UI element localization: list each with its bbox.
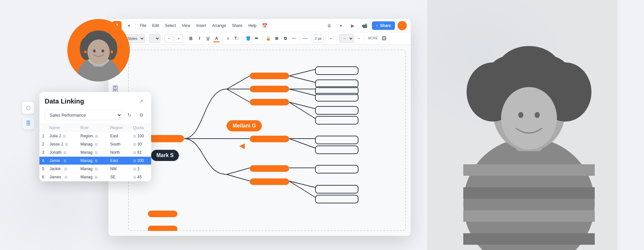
row-quota: ⛓ 100 (130, 132, 151, 140)
div-t5 (222, 35, 222, 42)
col-role: Role (78, 124, 108, 132)
row-num: 4 (39, 157, 47, 165)
table-row[interactable]: 6 James . ⛓ Manag. ⛓ SE ⛓ 45 (39, 173, 151, 181)
font-dropdown[interactable] (149, 34, 160, 43)
row-region: East (107, 132, 130, 140)
svg-point-24 (93, 50, 96, 53)
dropdown-icon2[interactable]: ▾ (336, 21, 346, 30)
table-row[interactable]: 4 Jamie . ⛓ Manag. ⛓ East ⛓ 200 (39, 157, 151, 165)
svg-point-25 (102, 50, 104, 53)
delete-icon[interactable]: ⊡ (380, 34, 388, 43)
align-left-button[interactable]: ≡ (224, 34, 232, 43)
arrow-direction[interactable]: → (355, 34, 362, 43)
svg-rect-31 (250, 99, 289, 105)
corner-style[interactable]: ⌐ (328, 34, 335, 43)
stroke-color-button[interactable]: ✏ (253, 34, 260, 43)
svg-rect-40 (315, 146, 358, 154)
meilani-tooltip: Meilani G (227, 120, 262, 131)
data-panel-header: Data Linking ↗ (39, 92, 151, 108)
font-size-minus[interactable]: − (165, 34, 173, 43)
group-button[interactable]: ⊞ (273, 34, 280, 43)
data-linking-panel: Data Linking ↗ Sales Performance ↻ ⚙ Nam… (39, 92, 151, 181)
row-name: Jesse J. ⛓ (47, 140, 78, 148)
play-icon[interactable]: ▶ (348, 21, 357, 30)
menu-view[interactable]: View (179, 22, 193, 29)
settings-icon[interactable]: ⚙ (137, 110, 146, 120)
italic-button[interactable]: I (196, 34, 203, 43)
menu-select[interactable]: Select (163, 22, 178, 29)
stroke-weight[interactable]: 2 px (313, 34, 323, 43)
row-num: 5 (39, 165, 47, 173)
svg-point-11 (535, 112, 540, 118)
calendar-icon[interactable]: 📅 (260, 21, 269, 30)
svg-rect-38 (250, 136, 289, 142)
share-arrow-icon: ↑ (376, 23, 378, 28)
toolbar: ↖ Styles − + B I U A ≡ T↕ 🪣 ✏ 🔒 ⊞ ⧉ ⋯ ──… (108, 32, 411, 45)
menu-insert[interactable]: Insert (194, 22, 208, 29)
menu-file[interactable]: File (138, 22, 149, 29)
mark-tooltip-text: Mark S (156, 152, 173, 158)
svg-rect-43 (315, 165, 358, 173)
menu-edit[interactable]: Edit (150, 22, 161, 29)
arrow-style[interactable]: → (339, 34, 354, 43)
col-name: Name (47, 124, 78, 132)
lock-button[interactable]: 🔒 (264, 34, 272, 43)
line-style-button[interactable]: ── (302, 34, 309, 43)
row-num: 6 (39, 173, 47, 181)
row-num: 3 (39, 148, 47, 157)
dataset-dropdown[interactable]: Sales Performance (45, 110, 122, 120)
row-role: Manag. ⛓ (78, 173, 108, 181)
svg-rect-30 (250, 86, 289, 92)
table-row[interactable]: 2 Jesse J. ⛓ Manag. ⛓ South ⛓ 30 (39, 140, 151, 148)
row-name: Julia J. ⛓ (47, 132, 78, 140)
table-row[interactable]: 3 Jonath. ⛓ Manag. ⛓ North ⛓ 81 (39, 148, 151, 157)
div-t12 (364, 35, 365, 42)
row-quota: ⛓ 45 (130, 173, 151, 181)
dropdown-arrow[interactable]: ▾ (124, 21, 133, 30)
svg-rect-46 (148, 211, 177, 217)
monitor-icon[interactable]: 🖥 (325, 21, 334, 30)
more-options[interactable]: ⋯ (290, 34, 297, 43)
row-region: NW (107, 165, 130, 173)
menu-help[interactable]: Help (246, 22, 259, 29)
menu-share[interactable]: Share (230, 22, 245, 29)
refresh-icon[interactable]: ↻ (125, 110, 134, 120)
database-sidebar-icon[interactable]: 🗄 (22, 118, 34, 129)
user-avatar-button[interactable] (398, 21, 407, 30)
menu-arrange[interactable]: Arrange (210, 22, 228, 29)
div-t3 (162, 35, 163, 42)
share-button[interactable]: ↑ Share (372, 21, 395, 30)
font-size-plus[interactable]: + (174, 34, 183, 43)
div-t9 (311, 35, 311, 42)
panel-export-button[interactable]: ↗ (137, 97, 146, 106)
svg-point-26 (84, 51, 87, 53)
layer-button[interactable]: ⧉ (282, 34, 289, 43)
row-role: Manag. ⛓ (78, 157, 108, 165)
table-row[interactable]: 5 Jackie . ⛓ Manag. ⛓ NW ⛓ 2 (39, 165, 151, 173)
svg-point-9 (501, 87, 557, 149)
text-direction-button[interactable]: T↕ (233, 34, 240, 43)
mindmap-svg (128, 50, 406, 231)
font-color-button[interactable]: A (213, 34, 220, 43)
underline-button[interactable]: U (204, 34, 212, 43)
table-row[interactable]: 1 Julia J. ⛓ Region. ⛓ East ⛓ 100 (39, 132, 151, 140)
link-icon[interactable]: ⬡ (22, 102, 34, 114)
more-label[interactable]: MORE (367, 36, 379, 41)
svg-point-10 (518, 112, 523, 118)
row-name: Jamie . ⛓ (47, 157, 78, 165)
row-region: SE (107, 173, 130, 181)
video-icon[interactable]: 📹 (360, 21, 369, 30)
div-t6 (242, 35, 242, 42)
div-t2 (147, 35, 147, 42)
svg-rect-14 (463, 210, 595, 222)
row-num: 2 (39, 140, 47, 148)
svg-rect-36 (315, 106, 358, 114)
fill-color-button[interactable]: 🪣 (244, 34, 252, 43)
row-quota: ⛓ 81 (130, 148, 151, 157)
bold-button[interactable]: B (187, 34, 195, 43)
svg-rect-37 (315, 116, 358, 124)
div-t4 (185, 35, 185, 42)
canvas-area: Meilani G Mark S ◀ (108, 45, 411, 236)
row-quota: ⛓ 200 (130, 157, 151, 165)
svg-rect-12 (463, 164, 595, 176)
